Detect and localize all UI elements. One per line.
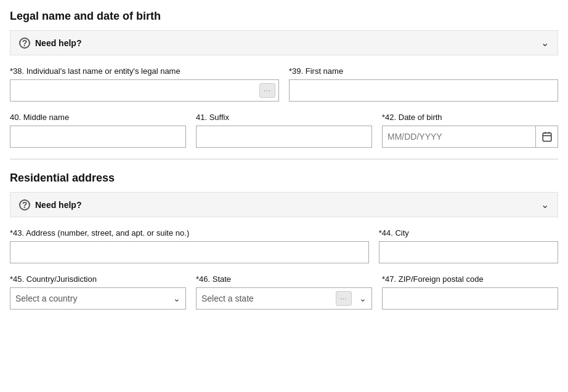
- residential-chevron-down-icon: ⌄: [541, 199, 549, 210]
- field-38-icon-btn[interactable]: ···: [259, 83, 275, 98]
- field-45-group: *45. Country/Jurisdiction Select a count…: [10, 274, 186, 310]
- row-45-46-47: *45. Country/Jurisdiction Select a count…: [10, 274, 558, 310]
- legal-help-bar[interactable]: ? Need help? ⌄: [10, 30, 558, 55]
- field-40-group: 40. Middle name: [10, 113, 186, 148]
- field-39-group: *39. First name: [289, 66, 558, 102]
- field-44-input[interactable]: [379, 241, 558, 263]
- field-46-label: *46. State: [196, 274, 372, 284]
- residential-help-bar[interactable]: ? Need help? ⌄: [10, 192, 558, 217]
- field-45-label: *45. Country/Jurisdiction: [10, 274, 186, 284]
- field-40-input[interactable]: [10, 126, 186, 148]
- field-46-select-wrapper[interactable]: Select a state ··· ⌄: [196, 287, 372, 310]
- date-input-wrapper: [382, 126, 558, 148]
- field-45-select-wrapper[interactable]: Select a country ⌄: [10, 287, 186, 310]
- field-47-input[interactable]: [382, 287, 558, 310]
- calendar-icon-btn[interactable]: [535, 126, 558, 147]
- residential-help-icon: ?: [19, 199, 30, 210]
- field-41-input[interactable]: [196, 126, 372, 148]
- field-38-input[interactable]: [10, 79, 279, 102]
- residential-section: Residential address ? Need help? ⌄ *43. …: [10, 172, 558, 310]
- help-label: Need help?: [35, 38, 81, 48]
- field-47-label: *47. ZIP/Foreign postal code: [382, 274, 558, 284]
- field-41-label: 41. Suffix: [196, 113, 372, 122]
- svg-rect-0: [543, 133, 551, 142]
- legal-section: Legal name and date of birth ? Need help…: [10, 10, 558, 148]
- field-45-select[interactable]: Select a country: [10, 288, 185, 309]
- help-bar-left: ? Need help?: [19, 38, 81, 49]
- field-38-input-wrapper: ···: [10, 79, 279, 102]
- field-39-input[interactable]: [289, 79, 558, 102]
- field-40-label: 40. Middle name: [10, 113, 186, 122]
- row-43-44: *43. Address (number, street, and apt. o…: [10, 228, 558, 263]
- row-40-41-42: 40. Middle name 41. Suffix *42. Date of …: [10, 113, 558, 148]
- field-44-label: *44. City: [379, 228, 558, 238]
- field-43-label: *43. Address (number, street, and apt. o…: [10, 228, 369, 238]
- residential-section-title: Residential address: [10, 172, 558, 185]
- field-44-group: *44. City: [379, 228, 558, 263]
- field-43-input[interactable]: [10, 241, 369, 263]
- field-38-group: *38. Individual's last name or entity's …: [10, 66, 279, 102]
- field-42-group: *42. Date of birth: [382, 113, 558, 148]
- field-42-input[interactable]: [383, 126, 535, 147]
- field-39-label: *39. First name: [289, 66, 558, 76]
- field-46-group: *46. State Select a state ··· ⌄: [196, 274, 372, 310]
- chevron-down-icon: ⌄: [541, 37, 549, 49]
- section-divider: [10, 159, 558, 159]
- help-icon: ?: [19, 38, 30, 49]
- field-43-group: *43. Address (number, street, and apt. o…: [10, 228, 369, 263]
- row-38-39: *38. Individual's last name or entity's …: [10, 66, 558, 102]
- residential-help-bar-left: ? Need help?: [19, 199, 81, 210]
- field-46-select[interactable]: Select a state: [197, 288, 371, 309]
- residential-help-label: Need help?: [35, 200, 81, 210]
- field-42-label: *42. Date of birth: [382, 113, 558, 122]
- legal-section-title: Legal name and date of birth: [10, 10, 558, 23]
- calendar-icon: [542, 131, 553, 142]
- field-38-label: *38. Individual's last name or entity's …: [10, 66, 279, 76]
- field-47-group: *47. ZIP/Foreign postal code: [382, 274, 558, 310]
- field-41-group: 41. Suffix: [196, 113, 372, 148]
